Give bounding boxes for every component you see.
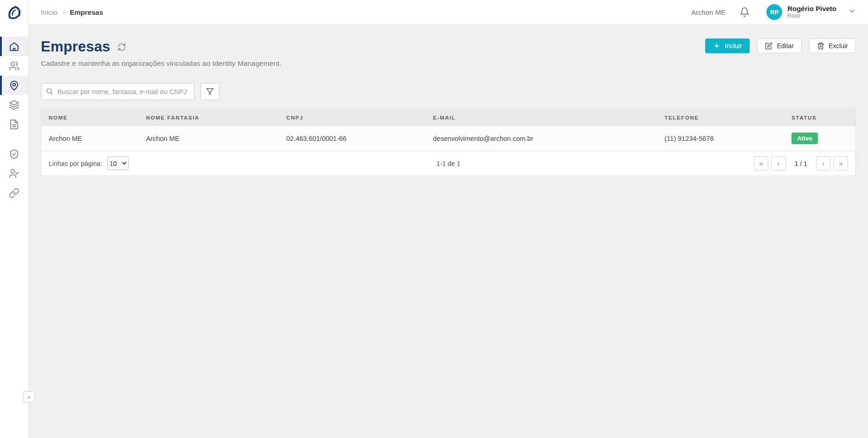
sidebar	[0, 0, 29, 438]
page-subtitle: Cadastre e mantenha as organizações vinc…	[41, 59, 282, 68]
search-input[interactable]	[41, 83, 194, 100]
search-icon	[45, 87, 53, 97]
breadcrumb-home[interactable]: Início	[41, 8, 58, 16]
edit-button[interactable]: Editar	[757, 38, 802, 53]
breadcrumb-separator: ›	[63, 8, 65, 16]
refresh-button[interactable]	[117, 43, 126, 53]
topbar-right: Archon ME RP Rogério Piveto Root	[691, 4, 856, 20]
notifications-button[interactable]	[739, 7, 750, 17]
sidebar-item-users[interactable]	[0, 56, 28, 76]
page-actions: Incluir Editar Excluir	[705, 38, 856, 53]
table-footer: Linhas por página: 10 1-1 de 1 « ‹ 1 / 1…	[41, 151, 856, 176]
delete-button-label: Excluir	[829, 42, 848, 50]
add-button[interactable]: Incluir	[705, 38, 750, 53]
col-header-status[interactable]: STATUS	[784, 109, 856, 126]
sidebar-expand-button[interactable]: ›	[23, 391, 35, 403]
app-logo[interactable]	[0, 0, 28, 25]
sidebar-item-home[interactable]	[0, 37, 28, 56]
logo-icon	[6, 4, 23, 21]
sidebar-item-integrations[interactable]	[0, 183, 28, 203]
cell-cnpj[interactable]: 02.463.601/0001-66	[279, 126, 425, 151]
link-icon	[9, 188, 19, 198]
shield-check-icon	[9, 149, 19, 159]
sidebar-section-gap	[0, 134, 28, 144]
edit-icon	[765, 42, 772, 50]
col-header-nome[interactable]: NOME	[41, 109, 139, 126]
cell-fantasia[interactable]: Archon ME	[139, 126, 279, 151]
file-text-icon	[9, 119, 19, 130]
next-page-button[interactable]: ›	[816, 156, 830, 171]
table-header-row: NOME NOME FANTASIA CNPJ E-MAIL TELEFONE …	[41, 109, 856, 126]
sidebar-item-documents[interactable]	[0, 114, 28, 134]
sidebar-item-layers[interactable]	[0, 95, 28, 114]
cell-telefone[interactable]: (11) 91234-5678	[657, 126, 784, 151]
table-row[interactable]: Archon ME Archon ME 02.463.601/0001-66 d…	[41, 126, 856, 151]
col-header-cnpj[interactable]: CNPJ	[279, 109, 425, 126]
chevron-down-icon	[849, 7, 856, 15]
rows-per-page-select[interactable]: 10	[107, 157, 129, 170]
filter-button[interactable]	[200, 83, 219, 100]
breadcrumb-current: Empresas	[70, 8, 103, 16]
user-name: Rogério Piveto	[787, 5, 836, 13]
sidebar-nav	[0, 37, 28, 203]
filter-icon	[206, 88, 214, 95]
col-header-telefone[interactable]: TELEFONE	[657, 109, 784, 126]
col-header-fantasia[interactable]: NOME FANTASIA	[139, 109, 279, 126]
cell-status[interactable]: Ativo	[784, 126, 856, 151]
col-header-email[interactable]: E-MAIL	[425, 109, 657, 126]
sidebar-item-empresas[interactable]	[0, 76, 28, 95]
rows-per-page-label: Linhas por página:	[49, 160, 102, 167]
plus-icon	[713, 42, 720, 50]
cell-nome[interactable]: Archon ME	[41, 126, 139, 151]
last-page-button[interactable]: »	[834, 156, 848, 171]
edit-button-label: Editar	[777, 42, 794, 50]
pager: « ‹ 1 / 1 › »	[754, 156, 848, 171]
first-page-button[interactable]: «	[754, 156, 768, 171]
users-icon	[9, 61, 19, 71]
page-title: Empresas	[41, 38, 110, 55]
status-badge: Ativo	[791, 133, 818, 144]
home-icon	[9, 41, 19, 52]
main-content: Empresas Cadastre e mantenha as organiza…	[29, 0, 868, 176]
layers-icon	[9, 100, 19, 110]
cell-email[interactable]: desenvolvimento@archon.com.br	[425, 126, 657, 151]
page-header: Empresas Cadastre e mantenha as organiza…	[41, 38, 856, 68]
delete-button[interactable]: Excluir	[809, 38, 856, 53]
avatar[interactable]: RP	[766, 4, 782, 20]
page-indicator: 1 / 1	[795, 160, 807, 167]
search-row	[41, 83, 856, 100]
topbar: Início › Empresas Archon ME RP Rogério P…	[29, 0, 868, 25]
breadcrumb: Início › Empresas	[41, 8, 103, 16]
refresh-icon	[117, 43, 126, 51]
companies-table: NOME NOME FANTASIA CNPJ E-MAIL TELEFONE …	[41, 109, 856, 176]
pagination-range: 1-1 de 1	[437, 160, 460, 167]
sidebar-item-user-approval[interactable]	[0, 164, 28, 183]
user-menu-toggle[interactable]	[849, 7, 856, 17]
user-info[interactable]: Rogério Piveto Root	[787, 5, 836, 19]
user-check-icon	[9, 168, 19, 179]
user-role: Root	[787, 13, 836, 19]
bell-icon	[739, 7, 750, 17]
sidebar-item-security[interactable]	[0, 144, 28, 164]
prev-page-button[interactable]: ‹	[772, 156, 786, 171]
map-pin-icon	[9, 80, 19, 91]
add-button-label: Incluir	[725, 42, 742, 50]
org-name-label: Archon ME	[691, 8, 726, 16]
trash-icon	[817, 42, 824, 50]
